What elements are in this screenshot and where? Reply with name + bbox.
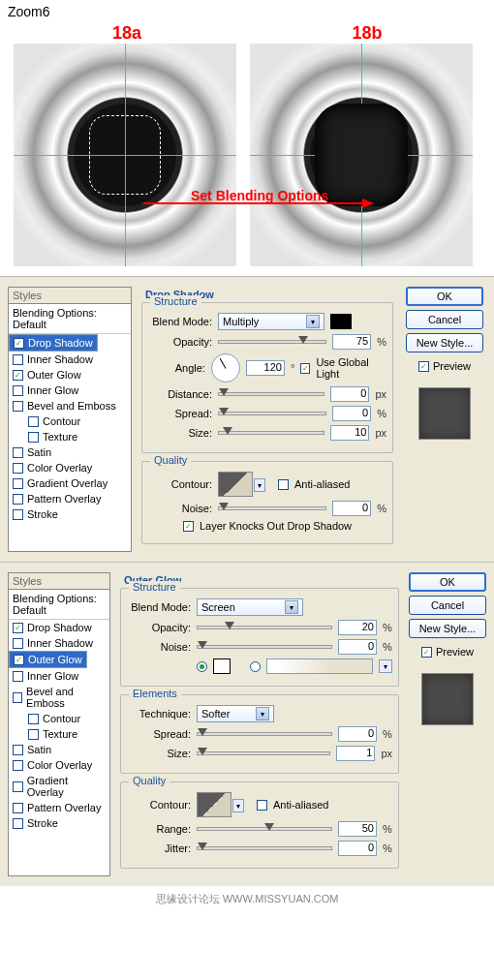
checkbox[interactable] — [28, 729, 39, 740]
checkbox[interactable] — [28, 416, 39, 427]
style-item-bevel-and-emboss[interactable]: Bevel and Emboss — [9, 684, 109, 711]
checkbox[interactable] — [13, 745, 23, 755]
style-item-satin[interactable]: Satin — [9, 444, 131, 460]
slider[interactable] — [218, 340, 326, 344]
checkbox[interactable] — [13, 781, 23, 792]
contour-picker[interactable]: ▾ — [197, 792, 232, 817]
ok-button[interactable]: OK — [406, 287, 483, 306]
checkbox[interactable] — [13, 463, 23, 474]
slider[interactable] — [197, 846, 332, 850]
blend-mode-select[interactable]: Multiply▾ — [218, 313, 324, 330]
number-input[interactable]: 1 — [336, 746, 375, 761]
technique-select[interactable]: Softer▾ — [197, 705, 274, 722]
checkbox[interactable]: ✓ — [418, 361, 429, 372]
checkbox[interactable] — [13, 818, 23, 829]
checkbox[interactable] — [13, 638, 23, 649]
style-item-contour[interactable]: Contour — [9, 413, 131, 429]
number-input[interactable]: 20 — [338, 620, 377, 635]
slider[interactable] — [218, 392, 324, 396]
glow-color-swatch[interactable] — [213, 658, 231, 674]
slider[interactable] — [197, 626, 332, 629]
number-input[interactable]: 0 — [338, 726, 377, 742]
checkbox[interactable]: ✓ — [300, 363, 310, 374]
style-item-inner-glow[interactable]: Inner Glow — [9, 668, 109, 684]
style-item-pattern-overlay[interactable]: Pattern Overlay — [9, 491, 131, 506]
style-item-bevel-and-emboss[interactable]: Bevel and Emboss — [9, 398, 131, 413]
checkbox[interactable] — [13, 354, 23, 365]
style-item-drop-shadow[interactable]: ✓Drop Shadow — [9, 334, 98, 352]
checkbox[interactable]: ✓ — [14, 655, 24, 665]
angle-dial[interactable] — [211, 353, 240, 383]
checkbox[interactable] — [278, 479, 289, 490]
slider[interactable] — [218, 412, 326, 415]
number-input[interactable]: 0 — [332, 501, 371, 516]
checkbox[interactable]: ✓ — [183, 521, 194, 532]
style-item-inner-glow[interactable]: Inner Glow — [9, 383, 131, 398]
style-item-texture[interactable]: Texture — [9, 726, 109, 742]
styles-header[interactable]: Styles — [9, 573, 109, 590]
style-item-gradient-overlay[interactable]: Gradient Overlay — [9, 475, 131, 491]
style-item-inner-shadow[interactable]: Inner Shadow — [9, 352, 131, 367]
checkbox[interactable] — [13, 760, 23, 771]
preview-swatch — [418, 387, 471, 440]
slider[interactable] — [218, 431, 324, 435]
color-swatch[interactable] — [330, 314, 352, 329]
checkbox[interactable] — [13, 447, 23, 458]
checkbox[interactable]: ✓ — [13, 370, 23, 381]
blending-options-row[interactable]: Blending Options: Default — [9, 304, 131, 334]
number-input[interactable]: 0 — [332, 406, 371, 421]
number-input[interactable]: 0 — [338, 639, 377, 655]
style-item-drop-shadow[interactable]: ✓Drop Shadow — [9, 620, 109, 635]
style-item-color-overlay[interactable]: Color Overlay — [9, 460, 131, 475]
checkbox[interactable] — [28, 432, 39, 443]
cancel-button[interactable]: Cancel — [409, 596, 486, 615]
checkbox[interactable] — [13, 385, 23, 396]
styles-header[interactable]: Styles — [9, 288, 131, 304]
slider[interactable] — [218, 506, 326, 510]
style-item-texture[interactable]: Texture — [9, 429, 131, 444]
blending-options-row[interactable]: Blending Options: Default — [9, 590, 109, 620]
checkbox[interactable]: ✓ — [13, 623, 23, 633]
style-item-color-overlay[interactable]: Color Overlay — [9, 757, 109, 773]
number-input[interactable]: 10 — [330, 425, 369, 441]
style-item-stroke[interactable]: Stroke — [9, 815, 109, 831]
style-item-outer-glow[interactable]: ✓Outer Glow — [9, 367, 131, 383]
blend-mode-select[interactable]: Screen▾ — [197, 598, 303, 616]
checkbox[interactable] — [13, 803, 23, 813]
slider[interactable] — [197, 732, 332, 736]
slider[interactable] — [197, 751, 330, 755]
checkbox[interactable] — [13, 494, 23, 505]
checkbox[interactable] — [13, 671, 23, 682]
checkbox[interactable]: ✓ — [14, 338, 24, 349]
checkbox[interactable] — [13, 509, 23, 520]
number-input[interactable]: 0 — [330, 386, 369, 402]
checkbox[interactable] — [28, 714, 39, 724]
checkbox[interactable] — [13, 692, 22, 703]
new-style-button[interactable]: New Style... — [406, 333, 483, 352]
color-radio[interactable] — [197, 661, 207, 672]
style-item-inner-shadow[interactable]: Inner Shadow — [9, 635, 109, 651]
number-input[interactable]: 50 — [338, 821, 377, 837]
gradient-picker[interactable] — [266, 658, 373, 674]
style-item-gradient-overlay[interactable]: Gradient Overlay — [9, 773, 109, 800]
number-input[interactable]: 120 — [246, 360, 285, 376]
checkbox[interactable] — [257, 800, 267, 811]
slider[interactable] — [197, 645, 332, 649]
style-item-outer-glow[interactable]: ✓Outer Glow — [9, 651, 87, 668]
style-item-contour[interactable]: Contour — [9, 711, 109, 726]
lens-after — [250, 44, 473, 266]
style-item-satin[interactable]: Satin — [9, 742, 109, 757]
number-input[interactable]: 0 — [338, 841, 377, 856]
contour-picker[interactable]: ▾ — [218, 472, 253, 497]
ok-button[interactable]: OK — [409, 572, 486, 592]
cancel-button[interactable]: Cancel — [406, 310, 483, 329]
checkbox[interactable] — [13, 401, 23, 412]
slider[interactable] — [197, 827, 332, 831]
style-item-stroke[interactable]: Stroke — [9, 506, 131, 522]
number-input[interactable]: 75 — [332, 334, 371, 350]
checkbox[interactable] — [13, 478, 23, 489]
new-style-button[interactable]: New Style... — [409, 619, 486, 638]
checkbox[interactable]: ✓ — [421, 647, 432, 658]
gradient-radio[interactable] — [250, 661, 261, 672]
style-item-pattern-overlay[interactable]: Pattern Overlay — [9, 800, 109, 815]
